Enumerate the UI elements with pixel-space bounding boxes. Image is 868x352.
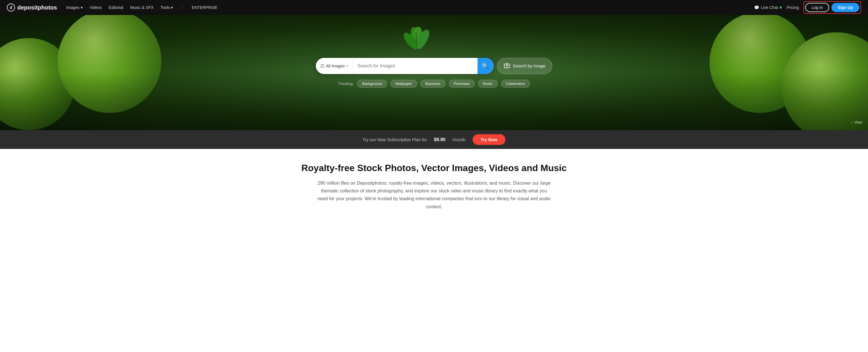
nav-editorial[interactable]: Editorial bbox=[108, 5, 123, 10]
decoration-mint-leaves bbox=[399, 15, 434, 61]
nav-images[interactable]: Images ▾ bbox=[66, 5, 83, 10]
nav-videos[interactable]: Videos bbox=[90, 5, 102, 10]
chevron-right-icon: › bbox=[851, 120, 852, 124]
signup-button[interactable]: Sign Up bbox=[831, 3, 859, 12]
chevron-down-icon: ▾ bbox=[346, 64, 348, 67]
online-indicator bbox=[779, 6, 782, 9]
trending-tag-celebration[interactable]: Celebration bbox=[501, 80, 530, 88]
logo[interactable]: d depositphotos bbox=[7, 3, 57, 11]
logo-icon: d bbox=[7, 3, 15, 11]
nav-music-sfx[interactable]: Music & SFX bbox=[130, 5, 154, 10]
search-button[interactable]: 🔍 bbox=[477, 58, 494, 74]
nav-links: Images ▾ Videos Editorial Music & SFX To… bbox=[66, 5, 754, 10]
nav-tools[interactable]: Tools ▾ bbox=[160, 5, 173, 10]
pricing-link[interactable]: Pricing bbox=[786, 5, 799, 10]
search-icon: 🔍 bbox=[482, 63, 489, 69]
search-type-selector[interactable]: ⊡ All Images ▾ bbox=[316, 58, 353, 74]
hero-section: ⊡ All Images ▾ 🔍 Search by Image bbox=[0, 15, 868, 130]
svg-point-5 bbox=[506, 65, 508, 66]
try-now-button[interactable]: Try Now bbox=[473, 134, 505, 145]
trending-tag-music[interactable]: Music bbox=[478, 80, 498, 88]
trending-tag-business[interactable]: Business bbox=[421, 80, 445, 88]
top-navigation: d depositphotos Images ▾ Videos Editoria… bbox=[0, 0, 868, 15]
search-input[interactable] bbox=[353, 63, 477, 69]
auth-buttons-container: Log In Sign Up bbox=[803, 1, 861, 14]
trending-tag-background[interactable]: Background bbox=[357, 80, 387, 88]
login-button[interactable]: Log In bbox=[805, 3, 829, 12]
subscription-per-month: /month bbox=[453, 137, 466, 142]
main-content: Royalty-free Stock Photos, Vector Images… bbox=[0, 149, 868, 224]
trending-bar: Trending: Background Wallpaper Business … bbox=[338, 80, 530, 88]
hero-content: ⊡ All Images ▾ 🔍 Search by Image bbox=[0, 15, 868, 130]
trending-tag-wallpaper[interactable]: Wallpaper bbox=[391, 80, 417, 88]
image-type-icon: ⊡ bbox=[320, 63, 324, 69]
live-chat-button[interactable]: 💬 Live Chat bbox=[754, 5, 782, 10]
camera-icon bbox=[504, 62, 510, 69]
search-by-image-button[interactable]: Search by Image bbox=[497, 58, 552, 74]
hero-view-button[interactable]: › View bbox=[851, 120, 862, 124]
main-heading: Royalty-free Stock Photos, Vector Images… bbox=[6, 163, 862, 173]
logo-text: depositphotos bbox=[17, 4, 57, 11]
chevron-down-icon: ▾ bbox=[171, 5, 173, 10]
subscription-banner: Try our New Subscription Plan for $9.90 … bbox=[0, 130, 868, 149]
nav-enterprise[interactable]: ENTERPRISE bbox=[192, 5, 217, 10]
nav-right: 💬 Live Chat Pricing Log In Sign Up bbox=[754, 1, 861, 14]
chevron-down-icon: ▾ bbox=[81, 5, 83, 10]
subscription-price: $9.90 bbox=[434, 137, 445, 142]
trending-tag-purchase[interactable]: Purchase bbox=[449, 80, 475, 88]
chat-icon: 💬 bbox=[754, 5, 759, 10]
trending-label: Trending: bbox=[338, 82, 353, 86]
main-description: 290 million files on Depositphotos: roya… bbox=[316, 179, 552, 211]
search-type-label: All Images bbox=[326, 64, 345, 68]
subscription-text: Try our New Subscription Plan for bbox=[363, 137, 427, 142]
search-bar-container: ⊡ All Images ▾ 🔍 Search by Image bbox=[310, 58, 558, 74]
